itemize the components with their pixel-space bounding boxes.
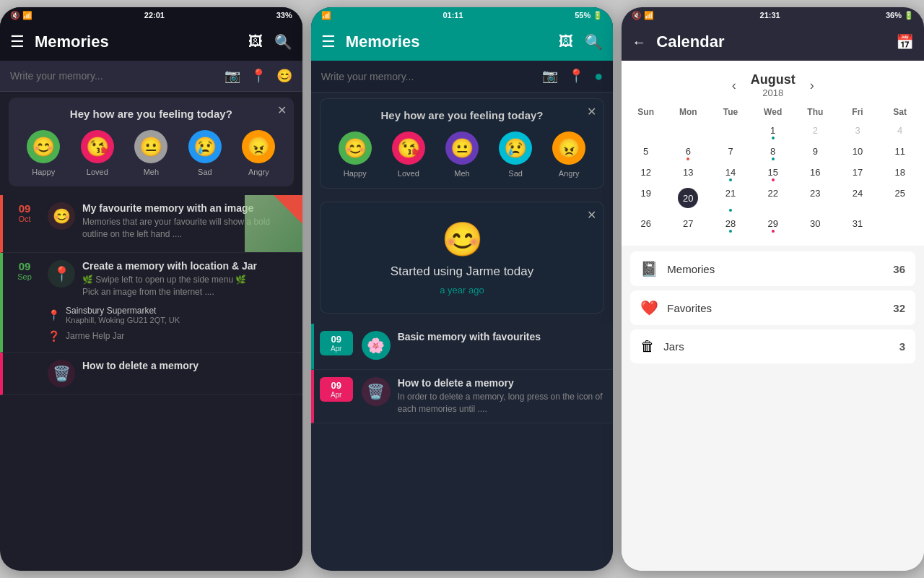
location-icon-2[interactable]: 📍 <box>568 68 584 85</box>
mood-happy-1[interactable]: 😊 Happy <box>27 130 60 176</box>
cal-day-17[interactable]: 17 <box>837 162 879 183</box>
status-mute-icon: 🔇 📶 <box>10 11 32 20</box>
cal-day-27[interactable]: 27 <box>667 213 710 234</box>
cal-day-25[interactable]: 25 <box>879 183 921 213</box>
status-bar-1: 🔇 📶 22:01 33% <box>0 7 302 23</box>
back-icon-3[interactable]: ← <box>632 34 646 51</box>
cal-day-19[interactable]: 19 <box>624 183 667 213</box>
memory-item-delete[interactable]: 🗑️ How to delete a memory <box>0 353 302 395</box>
banner-close-btn[interactable]: ✕ <box>587 208 596 222</box>
memories-icon: 📓 <box>640 260 658 277</box>
mood-label-sad-1: Sad <box>198 168 212 176</box>
cal-day-26[interactable]: 26 <box>624 213 667 234</box>
summary-favorites[interactable]: ❤️ Favorites 32 <box>630 290 915 325</box>
memory-item-basic[interactable]: 09 Apr 🌸 Basic memory with favourites <box>311 324 614 370</box>
cal-day-23[interactable]: 23 <box>794 183 837 213</box>
cal-day-1[interactable]: 1 <box>751 120 794 141</box>
search-icon-1[interactable]: 🔍 <box>274 33 292 51</box>
mood-emoji-loved-1: 😘 <box>81 130 114 163</box>
mood-meh-1[interactable]: 😐 Meh <box>134 130 167 176</box>
cal-day-7[interactable]: 7 <box>710 141 752 162</box>
phone-body-1: 📷 📍 😊 Hey how are you feeling today? 😊 H… <box>0 61 302 571</box>
mood-sad-2[interactable]: 😢 Sad <box>499 131 532 178</box>
next-month-btn[interactable]: › <box>810 78 814 93</box>
memory-input-1[interactable] <box>10 70 225 82</box>
camera-icon-2[interactable]: 📷 <box>542 68 558 85</box>
cal-day-8[interactable]: 8 <box>751 141 794 162</box>
cal-day-15[interactable]: 15 <box>751 162 794 183</box>
search-icon-2[interactable]: 🔍 <box>585 33 603 51</box>
memory-content-location: Create a memory with location & Jar 🌿 Sw… <box>82 260 294 298</box>
mood-angry-2[interactable]: 😠 Angry <box>552 131 585 178</box>
cal-day-6[interactable]: 6 <box>667 141 710 162</box>
mood-close-btn-2[interactable]: ✕ <box>587 105 596 118</box>
cal-day-4[interactable]: 4 <box>879 120 921 141</box>
mood-label-happy-2: Happy <box>344 169 367 178</box>
cal-day-16[interactable]: 16 <box>794 162 837 183</box>
memory-icon-location: 📍 <box>48 260 75 288</box>
status-battery-3: 36% 🔋 <box>886 11 914 20</box>
memory-input-bar-2: 📷 📍 ● <box>311 61 614 92</box>
memory-icon-delete-2: 🗑️ <box>362 377 391 406</box>
mood-loved-2[interactable]: 😘 Loved <box>392 131 425 178</box>
mood-emoji-sad-2: 😢 <box>499 131 532 165</box>
memory-content-delete-2: How to delete a memory In order to delet… <box>398 377 605 415</box>
dot-icon-2[interactable]: ● <box>594 68 603 85</box>
cal-day-21[interactable]: 21 <box>710 183 752 213</box>
cal-day-20-today[interactable]: 20 <box>667 183 710 213</box>
cal-day-5[interactable]: 5 <box>624 141 667 162</box>
hamburger-icon-2[interactable]: ☰ <box>321 33 336 51</box>
summary-jars[interactable]: 🗑 Jars 3 <box>630 329 915 363</box>
banner-title: Started using Jarme today <box>391 264 533 279</box>
cal-day-14[interactable]: 14 <box>710 162 752 183</box>
cal-day-30[interactable]: 30 <box>794 213 837 234</box>
cal-day-3[interactable]: 3 <box>837 120 879 141</box>
memory-icon-basic: 🌸 <box>362 331 391 360</box>
cal-day-24[interactable]: 24 <box>837 183 879 213</box>
calendar-header-icon[interactable]: 📅 <box>896 33 914 51</box>
cal-day-22[interactable]: 22 <box>751 183 794 213</box>
header-icons-3: 📅 <box>896 33 914 51</box>
gallery-icon-2[interactable]: 🖼 <box>559 33 573 51</box>
status-time-1: 22:01 <box>144 11 165 20</box>
cal-day-29[interactable]: 29 <box>751 213 794 234</box>
mood-happy-2[interactable]: 😊 Happy <box>339 131 372 178</box>
cal-day-empty-end <box>879 213 921 234</box>
memory-date-oct: 09 Oct <box>9 202 40 223</box>
mood-close-btn-1[interactable]: ✕ <box>277 103 287 117</box>
cal-day-9[interactable]: 9 <box>794 141 837 162</box>
summary-memories[interactable]: 📓 Memories 36 <box>630 251 915 286</box>
hamburger-icon-1[interactable]: ☰ <box>10 33 25 51</box>
gallery-icon-1[interactable]: 🖼 <box>248 33 263 51</box>
mood-label-loved-2: Loved <box>398 169 419 178</box>
month-year-display: August 2018 <box>751 72 796 98</box>
mood-card-2: Hey how are you feeling today? 😊 Happy 😘… <box>320 98 605 189</box>
emoji-icon-1[interactable]: 😊 <box>276 68 292 84</box>
camera-icon-1[interactable]: 📷 <box>225 68 240 84</box>
cal-day-28[interactable]: 28 <box>710 213 752 234</box>
mood-loved-1[interactable]: 😘 Loved <box>81 130 114 176</box>
cal-day-12[interactable]: 12 <box>624 162 667 183</box>
mood-meh-2[interactable]: 😐 Meh <box>445 131 479 178</box>
cal-day-11[interactable]: 11 <box>879 141 921 162</box>
mood-label-angry-1: Angry <box>248 168 269 176</box>
memory-title-location: Create a memory with location & Jar <box>82 260 294 272</box>
memory-item-delete-2[interactable]: 09 Apr 🗑️ How to delete a memory In orde… <box>311 370 614 423</box>
mood-angry-1[interactable]: 😠 Angry <box>242 130 275 176</box>
cal-day-13[interactable]: 13 <box>667 162 710 183</box>
cal-day-31[interactable]: 31 <box>837 213 879 234</box>
location-icon-1[interactable]: 📍 <box>250 68 266 84</box>
mood-card-title-2: Hey how are you feeling today? <box>331 109 594 121</box>
memory-item-favourite[interactable]: 09 Oct 😊 My favourite memory with an ima… <box>0 195 302 253</box>
status-icons-3: 🔇 📶 <box>632 11 654 20</box>
cal-day-18[interactable]: 18 <box>879 162 921 183</box>
cal-day-2[interactable]: 2 <box>794 120 837 141</box>
prev-month-btn[interactable]: ‹ <box>732 78 736 93</box>
phone-teal: 📶 01:11 55% 🔋 ☰ Memories 🖼 🔍 📷 📍 ● Hey h… <box>311 7 614 571</box>
mood-sad-1[interactable]: 😢 Sad <box>188 130 222 176</box>
app-header-2: ☰ Memories 🖼 🔍 <box>311 23 614 61</box>
cal-day-10[interactable]: 10 <box>837 141 879 162</box>
memory-input-2[interactable] <box>321 71 543 82</box>
memory-item-location[interactable]: 09 Sep 📍 Create a memory with location &… <box>0 253 302 353</box>
mood-label-happy-1: Happy <box>32 168 55 176</box>
